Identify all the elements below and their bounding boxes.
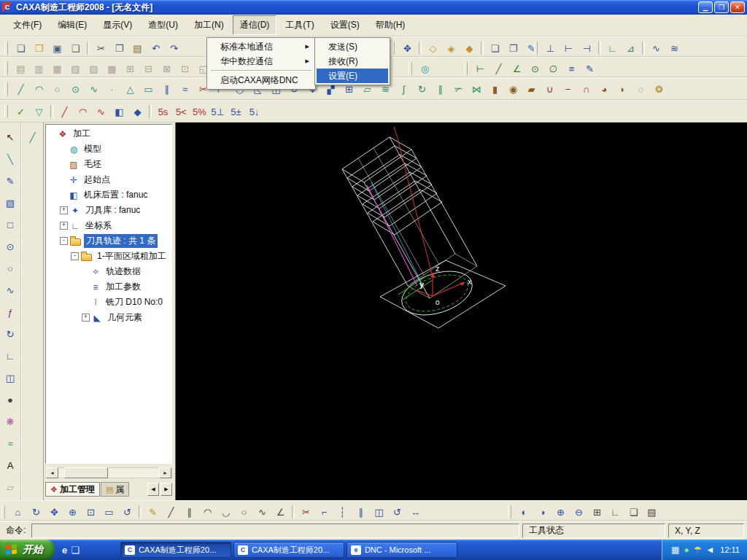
center-mark-button[interactable]: ⊕ [551, 503, 570, 521]
messenger-tray-icon[interactable]: ● [684, 545, 689, 554]
menu-item-std-local-comm[interactable]: 标准本地通信▶ [209, 39, 314, 54]
menu-machining[interactable]: 加工(N) [187, 15, 231, 35]
draw-spline-button[interactable]: ∿ [253, 503, 271, 521]
undo-button[interactable]: ↶ [147, 39, 165, 57]
edit-mirror-button[interactable]: ◫ [370, 503, 388, 521]
print-button[interactable]: ❑ [66, 39, 85, 57]
dim-text-button[interactable]: ≡ [562, 60, 581, 77]
open-folder-button[interactable]: ❒ [30, 39, 48, 57]
zoom-window-button[interactable]: ⊡ [82, 503, 100, 521]
solid-display-button[interactable]: ◎ [416, 60, 434, 77]
solid-shell-button[interactable]: ◌ [632, 80, 650, 98]
menu-help[interactable]: 帮助(H) [368, 15, 413, 35]
edit-break-button[interactable]: ┆ [333, 503, 352, 521]
scroll-right-arrow[interactable]: ► [159, 467, 171, 478]
tree-item-coordinate-system[interactable]: +∟坐标系 [46, 218, 171, 233]
new-window-button[interactable]: ❏ [486, 39, 504, 57]
taskbar-button[interactable]: CCAXA制造工程师20... [120, 542, 231, 558]
zoom-all-button[interactable]: ▭ [100, 503, 118, 521]
home-view-button[interactable]: ⌂ [9, 503, 27, 521]
solid-loft-button[interactable]: ▰ [522, 80, 541, 98]
menu-comm[interactable]: 通信(D) [233, 15, 277, 35]
draw-line-button[interactable]: ╱ [162, 503, 180, 521]
tree-item-blank[interactable]: ▨毛坯 [46, 157, 171, 172]
wave-surface-button[interactable]: ≈ [1, 435, 20, 452]
balance-view-button[interactable]: ⊖ [570, 503, 588, 521]
antivirus-tray-icon[interactable]: ☂ [694, 545, 702, 554]
snap-step-button[interactable]: 5↓ [245, 103, 263, 120]
boolean-subtract-button[interactable]: − [559, 80, 577, 98]
render-mode-button[interactable]: ❂ [650, 80, 668, 98]
curve-offset-button[interactable]: ≈ [176, 80, 194, 98]
curve-projection-button[interactable]: ∿ [647, 39, 665, 57]
engrave-cut-button[interactable]: ▩ [103, 60, 121, 77]
equidistant-line-button[interactable]: ∥ [158, 80, 176, 98]
ortho-toggle-button[interactable]: ∟ [606, 503, 624, 521]
plane-xz-button[interactable]: ⊣ [578, 39, 596, 57]
solid-box-button[interactable]: ▧ [1, 194, 20, 211]
sketch-ellipse-button[interactable]: ○ [1, 260, 20, 277]
draw-polyline-button[interactable]: ∠ [271, 503, 290, 521]
pocket-cut-button[interactable]: ▧ [66, 60, 85, 77]
surface-revolve-button[interactable]: ↻ [413, 80, 431, 98]
copy-button[interactable]: ❐ [110, 39, 128, 57]
surface-rough-button[interactable]: ⊟ [139, 60, 158, 77]
pick-spline-button[interactable]: ∿ [92, 103, 110, 120]
line-button[interactable]: ╱ [12, 80, 30, 98]
rough-2axis-button[interactable]: ▤ [12, 60, 30, 77]
pencil-cut-button[interactable]: ⊡ [176, 60, 194, 77]
sketch-pen-button[interactable]: ✎ [1, 172, 20, 190]
tree-expander-plane-area-rough[interactable]: - [71, 252, 79, 260]
coordinate-axis-button[interactable]: ∟ [1, 347, 20, 365]
taskbar-button[interactable]: eDNC - Microsoft ... [347, 542, 457, 558]
desktop-quicklaunch[interactable]: ❏ [71, 545, 80, 556]
tree-expander-tool-library[interactable]: + [60, 206, 68, 214]
volume-tray-icon[interactable]: ◄ [705, 545, 714, 554]
circle-button[interactable]: ○ [48, 80, 66, 98]
eraser-tool-button[interactable]: ▱ [1, 478, 20, 496]
rectangle-button[interactable]: ▭ [139, 80, 158, 98]
dim-radial-button[interactable]: ⊙ [526, 60, 544, 77]
paste-button[interactable]: ▤ [128, 39, 147, 57]
visible-check-button[interactable]: ✓ [12, 103, 30, 120]
grid-toggle-button[interactable]: ⊞ [588, 503, 606, 521]
sketch-rect-button[interactable]: □ [1, 216, 20, 233]
edit-stretch-button[interactable]: ↔ [406, 503, 425, 521]
edit-corner-button[interactable]: ⌐ [315, 503, 333, 521]
taskbar-button[interactable]: CCAXA制造工程师20... [233, 542, 344, 558]
solid-fillet-button[interactable]: ◕ [595, 80, 614, 98]
tree-item-tool-library[interactable]: +✦刀具库 : fanuc [46, 203, 171, 218]
menu-file[interactable]: 文件(F) [6, 15, 49, 35]
ime-tray-icon[interactable]: ▦ [671, 545, 679, 554]
viewport-canvas[interactable]: x z y o [176, 122, 747, 500]
formula-curve-button[interactable]: ƒ [1, 303, 20, 321]
tab-scroll-left[interactable]: ◀ [147, 483, 159, 496]
zoom-in-button[interactable]: ⊕ [63, 503, 82, 521]
flip-vertical-button[interactable]: ◑ [533, 503, 551, 521]
dim-angular-button[interactable]: ∠ [508, 60, 526, 77]
menu-modeling[interactable]: 造型(U) [141, 15, 185, 35]
tree-item-plane-area-rough[interactable]: -1-平面区域粗加工 [46, 249, 171, 264]
surface-stitch-button[interactable]: ⋈ [468, 80, 486, 98]
rotate-view-button[interactable]: ↻ [27, 503, 45, 521]
snap-angle-button[interactable]: 5< [172, 103, 190, 120]
refresh-view-button[interactable]: ↺ [118, 503, 136, 521]
boolean-intersect-button[interactable]: ∩ [577, 80, 595, 98]
save-file-button[interactable]: ▣ [48, 39, 66, 57]
ellipse-button[interactable]: ⊙ [66, 80, 85, 98]
viewport[interactable]: x z y o [175, 122, 747, 500]
dim-aligned-button[interactable]: ╱ [489, 60, 508, 77]
surface-offset-button[interactable]: ∥ [431, 80, 449, 98]
snap-perpendicular-button[interactable]: 5⊥ [209, 103, 227, 120]
select-arrow-button[interactable]: ↖ [1, 128, 20, 146]
tree-item-geometry-elements[interactable]: +◣几何元素 [46, 310, 171, 325]
solid-chamfer-button[interactable]: ◗ [614, 80, 632, 98]
pattern-tool-button[interactable]: ❋ [1, 413, 20, 430]
ie-quicklaunch[interactable]: e [62, 545, 67, 556]
tree-item-start-point[interactable]: ✛起始点 [46, 172, 171, 187]
tab-machining-manager[interactable]: ❖加工管理 [45, 482, 100, 497]
minimize-button[interactable]: ▁ [698, 1, 713, 13]
property-window-button[interactable]: ▤ [643, 503, 661, 521]
edit-trim-button[interactable]: ✂ [297, 503, 315, 521]
pick-arc-button[interactable]: ◠ [74, 103, 92, 120]
